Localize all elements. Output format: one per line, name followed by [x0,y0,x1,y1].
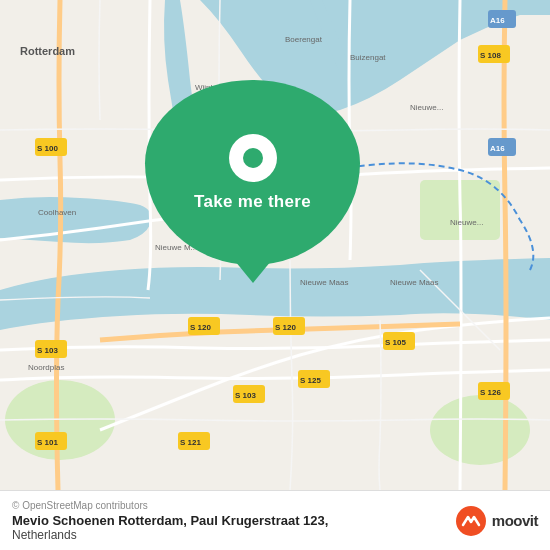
svg-text:Rotterdam: Rotterdam [20,45,75,57]
take-me-there-button[interactable]: Take me there [194,192,311,212]
moovit-label: moovit [492,512,538,529]
svg-text:Boerengat: Boerengat [285,35,323,44]
svg-text:Nieuwe Maas: Nieuwe Maas [390,278,438,287]
svg-text:Noordplas: Noordplas [28,363,64,372]
svg-text:S 103: S 103 [37,346,58,355]
footer-bar: © OpenStreetMap contributors Mevio Schoe… [0,490,550,550]
moovit-icon [455,505,487,537]
location-name: Mevio Schoenen Rotterdam, Paul Krugerstr… [12,513,328,528]
svg-text:Buizengat: Buizengat [350,53,386,62]
map-pin-icon [229,134,277,182]
svg-text:S 126: S 126 [480,388,501,397]
svg-text:S 120: S 120 [190,323,211,332]
svg-point-2 [430,395,530,465]
svg-text:S 125: S 125 [300,376,321,385]
svg-text:S 121: S 121 [180,438,201,447]
svg-text:Nieuwe Maas: Nieuwe Maas [300,278,348,287]
map-container: Rotterdam Wijnhaven Boerengat Buizengat … [0,0,550,490]
copyright-text: © OpenStreetMap contributors [12,500,328,511]
svg-text:Coolhaven: Coolhaven [38,208,76,217]
footer-left: © OpenStreetMap contributors Mevio Schoe… [12,500,328,542]
svg-text:S 101: S 101 [37,438,58,447]
location-country: Netherlands [12,528,328,542]
svg-text:A16: A16 [490,16,505,25]
moovit-logo[interactable]: moovit [455,505,538,537]
svg-text:S 100: S 100 [37,144,58,153]
svg-text:Nieuwe...: Nieuwe... [410,103,443,112]
svg-text:S 120: S 120 [275,323,296,332]
svg-text:S 103: S 103 [235,391,256,400]
svg-text:S 105: S 105 [385,338,406,347]
svg-text:A16: A16 [490,144,505,153]
svg-text:Nieuwe...: Nieuwe... [450,218,483,227]
svg-text:S 108: S 108 [480,51,501,60]
